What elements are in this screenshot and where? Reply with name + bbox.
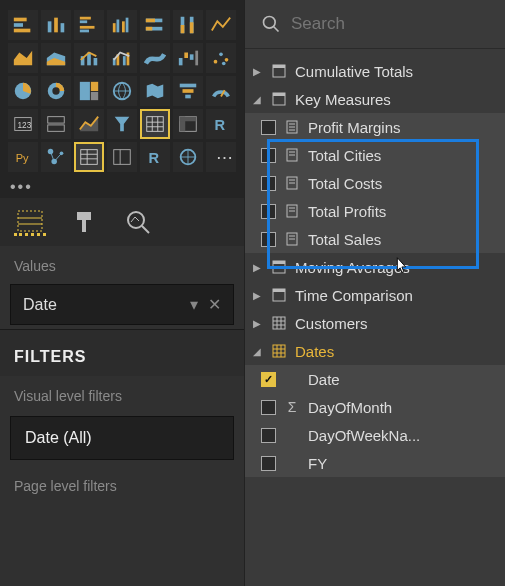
viz-ribbon-icon[interactable]: [140, 43, 170, 73]
field-total-cities[interactable]: Total Cities: [245, 141, 505, 169]
svg-point-88: [264, 17, 276, 29]
viz-clustered-column-icon[interactable]: [107, 10, 137, 40]
checkbox[interactable]: [261, 400, 276, 415]
field-total-sales[interactable]: Total Sales: [245, 225, 505, 253]
viz-custom-visual-icon[interactable]: [74, 142, 104, 172]
analytics-tab[interactable]: [122, 208, 154, 236]
search-row: [245, 0, 505, 49]
checkbox[interactable]: [261, 148, 276, 163]
checkbox-checked[interactable]: ✓: [261, 372, 276, 387]
expand-icon[interactable]: ▶: [251, 290, 263, 301]
fields-tab[interactable]: [14, 208, 46, 236]
svg-rect-45: [91, 92, 98, 100]
svg-rect-119: [273, 345, 285, 357]
viz-table-icon[interactable]: [140, 109, 170, 139]
collapse-icon[interactable]: ◢: [251, 346, 263, 357]
expand-icon[interactable]: ▶: [251, 66, 263, 77]
viz-matrix-icon[interactable]: [173, 109, 203, 139]
svg-point-42: [52, 87, 59, 94]
viz-card-icon[interactable]: 123: [8, 109, 38, 139]
viz-gauge-icon[interactable]: [206, 76, 236, 106]
viz-100-stacked-column-icon[interactable]: [173, 10, 203, 40]
checkbox[interactable]: [261, 176, 276, 191]
measure-table-icon: [271, 63, 287, 79]
field-fy[interactable]: FY: [245, 449, 505, 477]
viz-line-stacked-column-icon[interactable]: [74, 43, 104, 73]
node-label: Moving Averages: [295, 259, 410, 276]
svg-rect-8: [80, 26, 95, 29]
viz-clustered-bar-icon[interactable]: [74, 10, 104, 40]
svg-line-89: [274, 27, 279, 32]
checkbox[interactable]: [261, 456, 276, 471]
checkbox[interactable]: [261, 232, 276, 247]
viz-decomposition-icon[interactable]: [107, 142, 137, 172]
viz-scatter-icon[interactable]: [206, 43, 236, 73]
checkbox[interactable]: [261, 428, 276, 443]
field-profit-margins[interactable]: Profit Margins: [245, 113, 505, 141]
field-total-profits[interactable]: Total Profits: [245, 197, 505, 225]
viz-filled-map-icon[interactable]: [140, 76, 170, 106]
svg-rect-114: [273, 317, 285, 329]
viz-line-icon[interactable]: [206, 10, 236, 40]
viz-map-icon[interactable]: [107, 76, 137, 106]
svg-rect-35: [195, 51, 198, 66]
field-date[interactable]: ✓ Date: [245, 365, 505, 393]
svg-rect-5: [61, 23, 65, 32]
blank-icon: [284, 371, 300, 387]
node-label: Time Comparison: [295, 287, 413, 304]
viz-pie-icon[interactable]: [8, 76, 38, 106]
table-cumulative-totals[interactable]: ▶ Cumulative Totals: [245, 57, 505, 85]
collapse-icon[interactable]: ◢: [251, 94, 263, 105]
viz-treemap-icon[interactable]: [74, 76, 104, 106]
viz-key-influencers-icon[interactable]: [41, 142, 71, 172]
expand-icon[interactable]: ▶: [251, 262, 263, 273]
values-dropdown-icon[interactable]: ▾: [190, 295, 198, 314]
node-label: DayOfMonth: [308, 399, 392, 416]
table-moving-averages[interactable]: ▶ Moving Averages: [245, 253, 505, 281]
visual-filter-item[interactable]: Date (All): [10, 416, 234, 460]
node-label: Dates: [295, 343, 334, 360]
field-day-of-week[interactable]: DayOfWeekNa...: [245, 421, 505, 449]
field-total-costs[interactable]: Total Costs: [245, 169, 505, 197]
node-label: FY: [308, 455, 327, 472]
svg-rect-64: [180, 117, 197, 122]
measure-icon: [284, 203, 300, 219]
viz-line-clustered-column-icon[interactable]: [107, 43, 137, 73]
viz-stacked-area-icon[interactable]: [41, 43, 71, 73]
viz-qna-icon[interactable]: R: [140, 142, 170, 172]
table-customers[interactable]: ▶ Customers: [245, 309, 505, 337]
checkbox[interactable]: [261, 120, 276, 135]
viz-import-icon[interactable]: ⋯: [206, 142, 236, 172]
svg-rect-111: [273, 261, 285, 264]
viz-area-icon[interactable]: [8, 43, 38, 73]
viz-arcgis-icon[interactable]: [173, 142, 203, 172]
viz-more-ellipsis[interactable]: •••: [0, 176, 244, 198]
search-input[interactable]: [291, 14, 503, 34]
format-tab[interactable]: [68, 208, 100, 236]
svg-rect-21: [190, 22, 194, 33]
viz-waterfall-icon[interactable]: [173, 43, 203, 73]
table-time-comparison[interactable]: ▶ Time Comparison: [245, 281, 505, 309]
field-day-of-month[interactable]: Σ DayOfMonth: [245, 393, 505, 421]
viz-r-script-icon[interactable]: R: [206, 109, 236, 139]
expand-icon[interactable]: ▶: [251, 318, 263, 329]
checkbox[interactable]: [261, 204, 276, 219]
table-dates[interactable]: ◢ Dates: [245, 337, 505, 365]
viz-donut-icon[interactable]: [41, 76, 71, 106]
viz-stacked-column-icon[interactable]: [41, 10, 71, 40]
table-key-measures[interactable]: ◢ Key Measures: [245, 85, 505, 113]
svg-text:Py: Py: [16, 152, 29, 164]
viz-multi-row-card-icon[interactable]: [41, 109, 71, 139]
viz-stacked-bar-icon[interactable]: [8, 10, 38, 40]
svg-rect-6: [80, 17, 91, 20]
viz-slicer-icon[interactable]: [107, 109, 137, 139]
viz-100-stacked-bar-icon[interactable]: [140, 10, 170, 40]
values-remove-icon[interactable]: ✕: [208, 295, 221, 314]
svg-rect-91: [273, 65, 285, 68]
values-well[interactable]: Date ▾ ✕: [10, 284, 234, 325]
viz-funnel-icon[interactable]: [173, 76, 203, 106]
viz-python-icon[interactable]: Py: [8, 142, 38, 172]
measure-icon: [284, 231, 300, 247]
svg-rect-3: [48, 21, 52, 32]
viz-kpi-icon[interactable]: [74, 109, 104, 139]
